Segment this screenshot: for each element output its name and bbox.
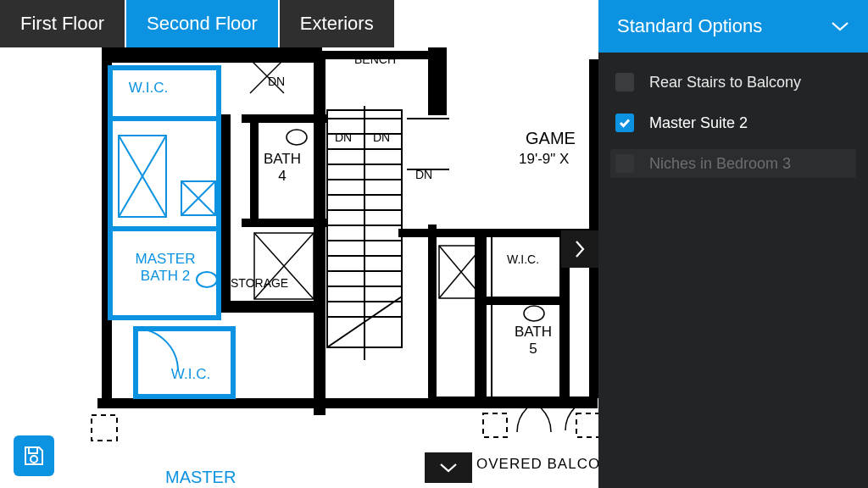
- label-game: GAME: [526, 129, 576, 148]
- svg-rect-37: [136, 329, 233, 396]
- svg-rect-0: [102, 47, 322, 63]
- option-niches-bedroom-3: Niches in Bedroom 3: [610, 149, 856, 178]
- option-rear-stairs[interactable]: Rear Stairs to Balcony: [610, 68, 856, 97]
- label-game-dim: 19'-9" X: [519, 151, 569, 168]
- label-bath5: BATH 5: [504, 324, 563, 358]
- option-master-suite-2[interactable]: Master Suite 2: [610, 108, 856, 137]
- label-bench: BENCH: [354, 53, 396, 66]
- svg-rect-4: [220, 301, 322, 313]
- tab-exteriors[interactable]: Exteriors: [280, 0, 394, 47]
- collapse-panel-button[interactable]: [561, 230, 598, 268]
- checkbox-disabled-icon: [615, 154, 634, 173]
- option-label: Niches in Bedroom 3: [649, 155, 791, 173]
- save-icon: [22, 444, 46, 468]
- label-master: MASTER: [165, 468, 236, 487]
- svg-rect-21: [576, 413, 600, 437]
- svg-rect-46: [29, 447, 37, 453]
- label-dn2: DN: [335, 130, 352, 144]
- options-panel-title: Standard Options: [617, 15, 762, 37]
- svg-point-26: [287, 130, 307, 145]
- options-list: Rear Stairs to Balcony Master Suite 2 Ni…: [598, 53, 868, 193]
- svg-rect-3: [220, 114, 231, 309]
- svg-point-27: [524, 306, 544, 321]
- option-label: Rear Stairs to Balcony: [649, 74, 801, 92]
- svg-rect-12: [475, 237, 487, 398]
- svg-rect-8: [428, 47, 447, 115]
- tab-second-floor[interactable]: Second Floor: [126, 0, 278, 47]
- label-wic-2: W.I.C.: [161, 366, 220, 383]
- svg-point-47: [31, 456, 37, 463]
- label-dn3: DN: [373, 130, 390, 144]
- options-panel-header[interactable]: Standard Options: [598, 0, 868, 53]
- scroll-down-button[interactable]: [425, 452, 472, 483]
- checkbox-unchecked-icon: [615, 73, 634, 92]
- options-panel: Standard Options Rear Stairs to Balcony …: [598, 0, 868, 488]
- save-button[interactable]: [14, 435, 54, 476]
- label-wic-3: W.I.C.: [507, 252, 539, 266]
- label-bath4: BATH 4: [253, 151, 312, 185]
- option-label: Master Suite 2: [649, 114, 748, 132]
- tab-first-floor[interactable]: First Floor: [0, 0, 125, 47]
- label-dn4: DN: [415, 168, 432, 181]
- chevron-down-icon: [439, 463, 458, 473]
- label-storage: STORAGE: [231, 276, 288, 290]
- chevron-right-icon: [574, 240, 586, 258]
- svg-rect-9: [428, 225, 437, 402]
- checkbox-checked-icon: [615, 114, 634, 132]
- label-dn1: DN: [268, 75, 285, 88]
- label-balcony: OVERED BALCO: [476, 456, 600, 473]
- svg-rect-14: [475, 297, 568, 305]
- svg-rect-22: [92, 415, 117, 441]
- label-master-bath2: MASTER BATH 2: [114, 251, 216, 285]
- svg-rect-20: [483, 413, 507, 437]
- chevron-down-icon: [831, 21, 849, 31]
- label-wic-1: W.I.C.: [119, 80, 178, 97]
- floor-tabs: First Floor Second Floor Exteriors: [0, 0, 394, 47]
- svg-rect-7: [314, 233, 324, 402]
